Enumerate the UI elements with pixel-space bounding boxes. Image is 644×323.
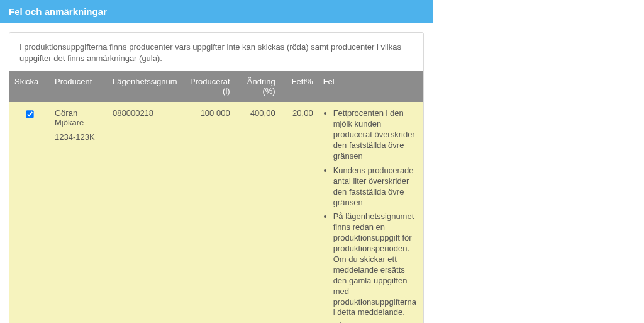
row-produced: 100 000 bbox=[182, 102, 235, 323]
row-error: På lägenhetssignumet finns redan en prod… bbox=[333, 212, 418, 318]
row-send-checkbox[interactable] bbox=[26, 111, 33, 118]
table-row: Göran Mjökare 1234-123K 088000218 100 00… bbox=[9, 102, 423, 323]
panel-header: Fel och anmärkningar bbox=[0, 0, 433, 23]
col-producer: Producent bbox=[50, 71, 108, 102]
row-error: Kundens producerade antal liter överskri… bbox=[333, 166, 418, 208]
col-property: Lägenhetssignum bbox=[108, 71, 182, 102]
row-errors-list: Fettprocenten i den mjölk kunden produce… bbox=[323, 108, 418, 323]
errors-table: Skicka Producent Lägenhetssignum Produce… bbox=[9, 71, 423, 323]
row-producer-id: 1234-123K bbox=[55, 132, 103, 142]
row-producer-name: Göran Mjökare bbox=[55, 108, 103, 127]
col-produced: Producerat (l) bbox=[182, 71, 235, 102]
row-error: Fettprocenten i den mjölk kunden produce… bbox=[333, 108, 418, 161]
col-send: Skicka bbox=[9, 71, 50, 102]
row-change: 400,00 bbox=[235, 102, 280, 323]
panel-title: Fel och anmärkningar bbox=[9, 6, 107, 17]
errors-card: I produktionsuppgifterna finns producent… bbox=[9, 32, 424, 323]
col-change: Ändring (%) bbox=[235, 71, 280, 102]
row-property: 088000218 bbox=[108, 102, 182, 323]
intro-text: I produktionsuppgifterna finns producent… bbox=[9, 33, 423, 71]
col-errors: Fel bbox=[318, 71, 423, 102]
row-fat: 20,00 bbox=[280, 102, 318, 323]
col-fat: Fett% bbox=[280, 71, 318, 102]
